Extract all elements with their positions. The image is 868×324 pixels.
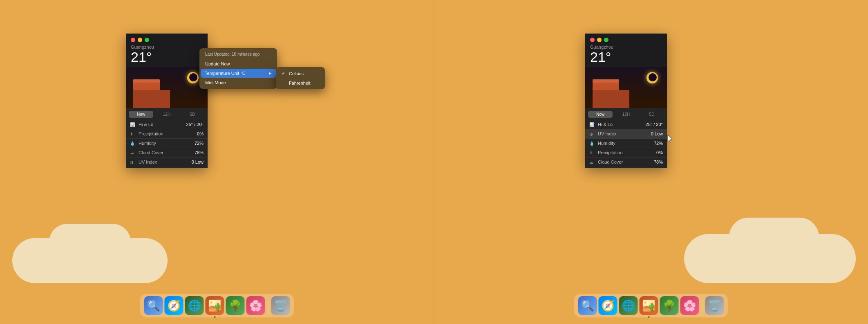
tab-12h-left[interactable]: 12H [154,111,179,118]
traffic-light-green-right[interactable] [604,38,608,42]
dock-icon-safari-left[interactable]: 🧭 [165,296,183,315]
stat-humidity-left: 💧 Humidity 72% [126,139,208,148]
temperature-left: 21° [131,50,203,65]
droplet-icon-left: 💧 [130,141,136,146]
context-menu-temp-unit[interactable]: Temperature Unit °C ▶ ✓ Celsius ✓ Fahren… [201,69,276,78]
dock-icon-globe-right[interactable]: 🌐 [619,296,638,315]
fahrenheit-check: ✓ [282,80,286,86]
context-menu-header: Last Updated: 10 minutes ago [199,50,277,59]
scene-image-right [585,67,667,108]
precip-icon-right: ⬆ [589,151,596,155]
humidity-label-right: Humidity [598,141,654,146]
traffic-lights-left [126,34,208,44]
dock-right: 🔍 🧭 🌐 🏜️ 🌳 🌸 🗑️ [574,294,728,317]
humidity-value-left: 72% [195,141,204,146]
tabs-left: Now 12H 5D [126,108,208,119]
dock-icon-tree-right[interactable]: 🌳 [660,296,679,315]
cloud-extra-right [729,218,819,256]
cloud-label-right: Cloud Cover [598,160,654,164]
traffic-light-red[interactable] [131,38,135,42]
stats-right: 📊 Hi & Lo 25° / 20° ◑ UV Index 0 Low 💧 H… [585,119,667,168]
dock-icon-safari-right[interactable]: 🧭 [599,296,617,315]
dock-icon-globe-left[interactable]: 🌐 [185,296,204,315]
humidity-value-right: 72% [654,141,663,146]
dock-icon-weather-left[interactable]: 🏜️ [206,296,224,315]
submenu-arrow-icon: ▶ [269,71,272,75]
tab-now-left[interactable]: Now [129,111,153,118]
weather-widget-left: Guangzhou 21° Now 12H 5D [126,34,208,168]
cloud-value-right: 78% [654,160,663,164]
hi-lo-value-left: 25° / 20° [186,122,204,127]
cloud-value-left: 78% [195,150,204,155]
stat-hi-lo-left: 📊 Hi & Lo 25° / 20° [126,120,208,129]
context-menu-update[interactable]: Update Now [199,59,277,68]
tab-5d-left[interactable]: 5D [180,111,205,118]
stat-humidity-right: 💧 Humidity 72% [585,139,667,148]
dock-icon-trash-left[interactable]: 🗑️ [271,296,290,315]
traffic-lights-right [585,34,667,44]
celsius-label: Celsius [289,71,304,76]
precip-label-right: Precipitation [598,150,656,155]
panel-divider [434,0,434,324]
uv-value-right: 0 Low [651,131,663,136]
stat-cloud-right: ☁ Cloud Cover 78% [585,158,667,166]
uv-icon-right: ◑ [589,132,596,136]
dock-icon-finder-right[interactable]: 🔍 [578,296,597,315]
dock-icon-weather-right[interactable]: 🏜️ [640,296,658,315]
dock-icon-flower-right[interactable]: 🌸 [680,296,699,315]
dock-left: 🔍 🧭 🌐 🏜️ 🌳 🌸 🗑️ [140,294,294,317]
stat-uv-right: ◑ UV Index 0 Low [585,129,667,139]
hi-lo-label-left: Hi & Lo [139,122,186,127]
tabs-right: Now 12H 5D [585,108,667,119]
context-menu: Last Updated: 10 minutes ago Update Now … [199,48,277,89]
hi-lo-label-right: Hi & Lo [598,122,646,127]
tab-5d-right[interactable]: 5D [640,111,664,118]
submenu: ✓ Celsius ✓ Fahrenheit [276,67,325,89]
precip-value-right: 0% [656,150,663,155]
precip-icon-left: ⬆ [130,132,136,136]
stat-precip-left: ⬆ Precipitation 0% [126,129,208,139]
celsius-check: ✓ [282,71,286,76]
dock-spacer-left [268,299,268,315]
precip-label-left: Precipitation [139,131,197,136]
tab-now-right[interactable]: Now [588,111,613,118]
context-menu-mini[interactable]: Mini Mode [199,78,277,87]
temp-unit-label: Temperature Unit °C [205,71,246,76]
scene-image-left [126,67,208,108]
cloud-icon-left: ☁ [130,151,136,155]
uv-label-left: UV Index [139,160,192,164]
traffic-light-yellow[interactable] [138,38,142,42]
dock-icon-finder-left[interactable]: 🔍 [144,296,163,315]
dock-icon-tree-left[interactable]: 🌳 [226,296,245,315]
bar-chart-icon-right: 📊 [589,122,596,127]
uv-icon-left: ◑ [130,160,136,164]
stat-cloud-left: ☁ Cloud Cover 78% [126,148,208,158]
stats-left: 📊 Hi & Lo 25° / 20° ⬆ Precipitation 0% 💧… [126,119,208,168]
panel-right: Guangzhou 21° Now 12H 5D [434,0,868,324]
stat-hi-lo-right: 📊 Hi & Lo 25° / 20° [585,120,667,129]
traffic-light-green[interactable] [145,38,149,42]
stat-precip-right: ⬆ Precipitation 0% [585,148,667,158]
panel-left: Guangzhou 21° Now 12H 5D [0,0,434,324]
submenu-celsius[interactable]: ✓ Celsius [276,69,325,78]
dock-icon-trash-right[interactable]: 🗑️ [705,296,724,315]
fahrenheit-label: Fahrenheit [289,81,311,86]
cloud-label-left: Cloud Cover [139,150,195,155]
uv-value-left: 0 Low [192,160,204,164]
uv-label-right: UV Index [598,131,651,136]
cloud-extra-left [49,224,131,261]
precip-value-left: 0% [197,131,204,136]
submenu-fahrenheit[interactable]: ✓ Fahrenheit [276,78,325,88]
droplet-icon-right: 💧 [589,141,596,146]
stat-uv-left: ◑ UV Index 0 Low [126,158,208,166]
humidity-label-left: Humidity [139,141,195,146]
weather-widget-right: Guangzhou 21° Now 12H 5D [585,34,667,168]
bar-chart-icon-left: 📊 [130,122,136,127]
tab-12h-right[interactable]: 12H [614,111,638,118]
temperature-right: 21° [590,50,662,65]
traffic-light-red-right[interactable] [590,38,595,42]
cursor-right [666,134,674,144]
dock-icon-flower-left[interactable]: 🌸 [246,296,265,315]
dock-spacer-right [702,299,702,315]
traffic-light-yellow-right[interactable] [597,38,602,42]
